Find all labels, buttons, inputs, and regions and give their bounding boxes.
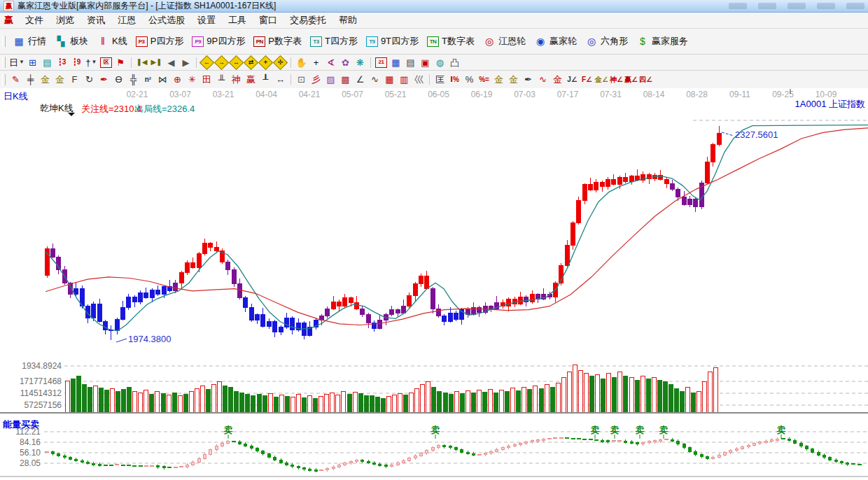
gold-angle-tool[interactable]: 金∠	[595, 73, 608, 86]
titlebar-ghost-button[interactable]	[729, 3, 747, 9]
energy-series[interactable]	[45, 437, 862, 472]
t-square-button[interactable]: T3T四方形	[306, 29, 362, 54]
grid-cross-tool[interactable]: ╬	[127, 73, 140, 86]
flower-tool[interactable]: ✿	[339, 56, 352, 69]
last-bar-button[interactable]: ▶❚	[150, 56, 163, 69]
si-angle-tool[interactable]: 四∠	[639, 73, 652, 86]
calculator-icon[interactable]: ▦	[389, 56, 402, 69]
menu-0[interactable]: 文件	[19, 14, 50, 27]
hand-tool[interactable]: ✋	[295, 56, 308, 69]
titlebar-ghost-button[interactable]	[817, 3, 835, 9]
gold-under-tool[interactable]: 金	[551, 73, 564, 86]
shift-right-button[interactable]: →	[215, 56, 228, 69]
t-number-table-button[interactable]: TNT数字表	[423, 29, 479, 54]
gann-wheel-button[interactable]: ◎江恩轮	[479, 29, 530, 54]
web-box-tool[interactable]: 田	[200, 73, 214, 86]
menu-9[interactable]: 帮助	[332, 14, 363, 27]
kline-button[interactable]: ‖K线	[92, 29, 132, 54]
j-angle-tool[interactable]: J∠	[566, 73, 579, 86]
period-day-selector[interactable]: 日▼	[9, 56, 24, 69]
sectors-button[interactable]: ▚板块	[50, 29, 92, 54]
purple-grid-tool[interactable]: ▨	[324, 73, 337, 86]
candle-style-selector[interactable]: †▼	[85, 56, 98, 69]
radial-tool[interactable]: ✳	[186, 73, 199, 86]
p9-square-button[interactable]: P99P四方形	[188, 29, 249, 54]
frame-tool[interactable]: ⊡	[295, 73, 308, 86]
width-tool[interactable]: ↔	[274, 73, 287, 86]
shen-tool[interactable]: 神	[230, 73, 243, 86]
n-square-tool[interactable]: n²	[141, 73, 155, 86]
gold-line-tool[interactable]: 金	[507, 73, 520, 86]
pins-tool[interactable]: ╨	[215, 73, 228, 86]
note-list-icon[interactable]: ▤	[41, 56, 54, 69]
winner-wheel-button[interactable]: ◉赢家轮	[530, 29, 581, 54]
print-icon[interactable]: 凸	[448, 56, 461, 69]
gauge-tool[interactable]: 匡	[433, 73, 447, 86]
star-tool[interactable]: ❋	[354, 56, 367, 69]
angle-lines-tool[interactable]: ∠	[354, 73, 367, 86]
hexagon-button[interactable]: ◎六角形	[581, 29, 632, 54]
fit-wave-tool[interactable]: ∿	[368, 73, 382, 86]
titlebar-ghost-button[interactable]	[788, 3, 806, 9]
candlestick-series[interactable]	[45, 126, 721, 340]
kline-type-selector[interactable]: 乾坤K线	[40, 103, 74, 113]
fit-screen-button[interactable]: ✣	[274, 56, 287, 69]
expand-x-button[interactable]: ↔	[230, 56, 243, 69]
f-tool[interactable]: F	[68, 73, 81, 86]
next-bar-button[interactable]: ▶	[179, 56, 192, 69]
wave-red-tool[interactable]: ∿	[536, 73, 550, 86]
slash-tool[interactable]: 巛	[412, 73, 426, 86]
gold-tool-2[interactable]: 金	[53, 73, 66, 86]
red-grid2-tool[interactable]: ▥	[398, 73, 411, 86]
chevron-down-icon[interactable]	[68, 113, 75, 116]
calendar-icon[interactable]: 21	[374, 56, 388, 69]
window-layout-icon[interactable]: ⊞	[26, 56, 39, 69]
first-bar-button[interactable]: ❚◀	[135, 56, 148, 69]
zoom-all-button[interactable]: +	[259, 56, 272, 69]
report-icon[interactable]: ▤	[404, 56, 417, 69]
menu-4[interactable]: 公式选股	[142, 14, 191, 27]
percent-line-tool[interactable]: %=	[477, 73, 491, 86]
volume-series[interactable]	[65, 365, 718, 412]
shift-left-button[interactable]: ←	[200, 56, 214, 69]
spiral-tool[interactable]: ↻	[83, 73, 96, 86]
menu-2[interactable]: 资讯	[80, 14, 111, 27]
menu-8[interactable]: 交易委托	[284, 14, 332, 27]
marker-tool[interactable]: ✒	[97, 73, 111, 86]
hatch-grid-tool[interactable]: ▩	[339, 73, 352, 86]
ying-tool[interactable]: 赢	[244, 73, 258, 86]
angle-measure-tool[interactable]: ∢	[324, 56, 337, 69]
t9-square-button[interactable]: T99T四方形	[362, 29, 423, 54]
menu-6[interactable]: 工具	[222, 14, 253, 27]
bars-9-icon[interactable]: ┇9	[70, 56, 83, 69]
bars-3-icon[interactable]: ┇3	[55, 56, 69, 69]
ruler-tool[interactable]: ┸	[259, 73, 272, 86]
save-icon[interactable]: ▣	[419, 56, 432, 69]
f-angle-tool[interactable]: F∠	[580, 73, 594, 86]
gold-tool-1[interactable]: 金	[38, 73, 52, 86]
mirror-tool[interactable]: ⋈	[156, 73, 169, 86]
pencil-tool[interactable]: ✎	[9, 73, 22, 86]
p-square-button[interactable]: P3P四方形	[132, 29, 188, 54]
p-number-table-button[interactable]: PNP数字表	[249, 29, 306, 54]
trend-percent-tool[interactable]: Ⅰ%	[448, 73, 461, 86]
kline-chart[interactable]: 日K线 02-2103-0703-2104-0404-2105-0705-210…	[0, 88, 868, 480]
menu-1[interactable]: 浏览	[50, 14, 80, 27]
titlebar-ghost-button[interactable]	[846, 3, 864, 9]
circle-wave-tool[interactable]: Ɵ	[112, 73, 125, 86]
crosshair-tool[interactable]: +	[309, 56, 323, 69]
shen-angle-tool[interactable]: 神∠	[610, 73, 623, 86]
globe-icon[interactable]: ◍	[433, 56, 447, 69]
titlebar-ghost-button[interactable]	[758, 3, 776, 9]
hash-tool[interactable]: ╪	[24, 73, 37, 86]
fan-lines-tool[interactable]: 彡	[309, 73, 323, 86]
menu-5[interactable]: 设置	[191, 14, 222, 27]
chart-area[interactable]: 日K线 02-2103-0703-2104-0404-2105-0705-210…	[0, 88, 868, 480]
percent-tool[interactable]: %	[463, 73, 476, 86]
menu-7[interactable]: 窗口	[253, 14, 284, 27]
flag-icon[interactable]: ⚑	[114, 56, 127, 69]
red-grid-tool[interactable]: ▦	[383, 73, 396, 86]
pattern-box-icon[interactable]: 区	[99, 56, 113, 69]
menu-3[interactable]: 江恩	[111, 14, 142, 27]
pen-mark-tool[interactable]: ✒	[522, 73, 535, 86]
